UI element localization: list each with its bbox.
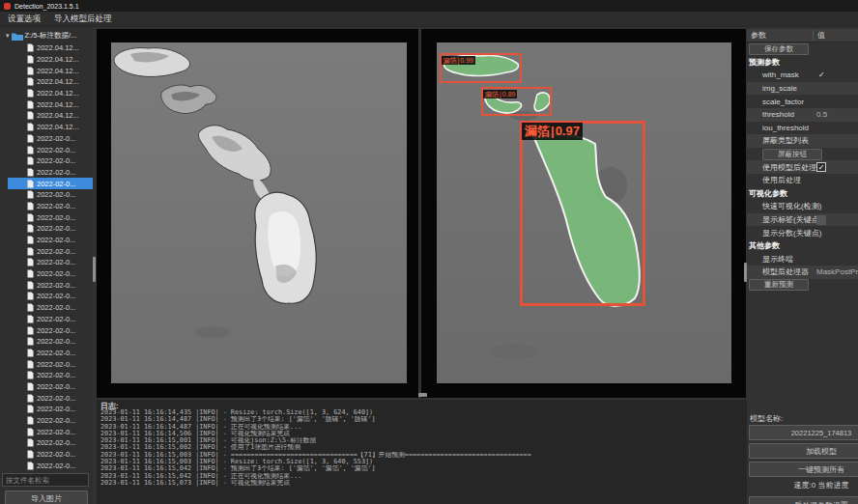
tree-item[interactable]: 2022.04.12... bbox=[8, 98, 93, 110]
tree-item-label: 2022.04.12... bbox=[37, 89, 79, 98]
tree-item[interactable]: 2022-02-0... bbox=[8, 189, 93, 201]
tree-item[interactable]: 2022-02-0... bbox=[8, 314, 93, 325]
tree-item[interactable]: 2022-02-0... bbox=[8, 392, 93, 404]
tree-item[interactable]: 2022-02-0... bbox=[8, 291, 93, 302]
param-row[interactable]: 屏蔽按钮 bbox=[747, 148, 858, 161]
param-row[interactable]: 显示标签(关键点) bbox=[747, 213, 858, 227]
param-label: 显示分数(关键点) bbox=[762, 228, 821, 238]
param-row[interactable]: 屏蔽类型列表 bbox=[747, 134, 858, 148]
tree-item[interactable]: 2022-02-0... bbox=[8, 223, 93, 235]
tree-item[interactable]: 2022-02-0... bbox=[8, 144, 93, 155]
param-row[interactable]: threshold0.5 bbox=[747, 108, 858, 122]
param-row[interactable]: 重新预测 bbox=[747, 279, 858, 293]
tree-item-label: 2022-02-0... bbox=[37, 303, 75, 312]
window-title: Detection_2023.1.5.1 bbox=[14, 3, 79, 10]
tree-item-label: 2022-02-0... bbox=[37, 360, 75, 369]
tree-item[interactable]: 2022-02-0... bbox=[8, 449, 93, 461]
file-icon bbox=[27, 168, 34, 177]
param-row[interactable]: img_scale bbox=[747, 82, 858, 96]
tree-item[interactable]: 2022-02-0... bbox=[8, 370, 93, 381]
tree-item[interactable]: 2022-02-0... bbox=[8, 133, 93, 145]
param-row[interactable]: with_mask✓ bbox=[747, 69, 858, 82]
param-label: 快速可视化(检测) bbox=[762, 201, 821, 211]
param-row[interactable]: 快速可视化(检测) bbox=[747, 200, 858, 213]
file-icon bbox=[27, 55, 34, 64]
param-label: threshold bbox=[762, 110, 794, 119]
tree-item-label: 2022-02-0... bbox=[37, 146, 75, 154]
file-icon bbox=[27, 156, 34, 165]
detection-label-1: 漏箔|0.99 bbox=[442, 56, 475, 65]
menu-import-postprocess[interactable]: 导入模型后处理 bbox=[54, 14, 112, 25]
tree-item-label: 2022-02-0... bbox=[37, 156, 75, 165]
check-icon: ✓ bbox=[818, 70, 825, 79]
tree-item[interactable]: 2022-02-0... bbox=[8, 302, 93, 314]
tree-item[interactable]: 2022.04.12... bbox=[8, 65, 93, 76]
params-header-value: 值 bbox=[813, 30, 858, 41]
param-value: 0.5 bbox=[816, 110, 827, 119]
tree-item[interactable]: 2022-02-0... bbox=[8, 201, 93, 212]
tree-item[interactable]: 2022-02-0... bbox=[8, 211, 93, 223]
model-name-button[interactable]: 20221225_174813 bbox=[749, 425, 858, 440]
param-label: 可视化参数 bbox=[749, 188, 787, 199]
viewer-hscrollbar[interactable] bbox=[418, 393, 427, 397]
log-line: 2023-01-11 16:16:15,073|INFO|- 可视化预测结果完成 bbox=[100, 480, 744, 487]
param-label: scale_factor bbox=[762, 98, 804, 106]
tree-item[interactable]: 2022-02-0... bbox=[8, 415, 93, 427]
param-checkbox[interactable] bbox=[816, 215, 826, 225]
menu-settings[interactable]: 设置选项 bbox=[8, 14, 41, 25]
tree-item[interactable]: 2022-02-0... bbox=[8, 426, 93, 437]
file-icon bbox=[27, 258, 34, 266]
param-row[interactable]: 保存参数 bbox=[747, 42, 858, 56]
tree-item[interactable]: 2022-02-0... bbox=[8, 404, 93, 415]
param-action-button[interactable]: 重新预测 bbox=[749, 279, 809, 291]
tree-item-label: 2022-02-0... bbox=[37, 405, 75, 413]
tree-item[interactable]: 2022.04.12... bbox=[8, 110, 93, 122]
search-input[interactable] bbox=[2, 473, 89, 487]
param-row[interactable]: scale_factor bbox=[747, 95, 858, 108]
import-images-button[interactable]: 导入图片 bbox=[5, 490, 88, 504]
tree-item[interactable]: 2022-02-0... bbox=[8, 358, 93, 370]
tree-item[interactable]: 2022.04.12... bbox=[8, 54, 93, 66]
tree-item[interactable]: 2022-02-0... bbox=[8, 178, 93, 189]
tree-item-label: 2022-02-0... bbox=[37, 371, 75, 379]
tree-item[interactable]: 2022.04.12... bbox=[8, 122, 93, 133]
param-row[interactable]: 使用后处理 bbox=[747, 174, 858, 187]
viewer-original[interactable] bbox=[97, 29, 418, 398]
file-icon bbox=[27, 190, 34, 199]
param-checkbox[interactable]: ✓ bbox=[816, 162, 826, 172]
tree-item[interactable]: 2022-02-0... bbox=[8, 381, 93, 393]
param-action-button[interactable]: 保存参数 bbox=[749, 43, 809, 55]
tree-item[interactable]: 2022-02-0... bbox=[8, 437, 93, 449]
tree-item-label: 2022-02-0... bbox=[37, 247, 75, 256]
file-icon bbox=[27, 462, 34, 470]
tree-item[interactable]: 2022.04.12... bbox=[8, 76, 93, 88]
tree-item[interactable]: 2022.04.12... bbox=[8, 88, 93, 99]
param-row[interactable]: 使用模型后处理✓ bbox=[747, 160, 858, 174]
param-action-button[interactable]: 屏蔽按钮 bbox=[762, 149, 822, 160]
tree-item[interactable]: 2022-02-0... bbox=[8, 245, 93, 257]
tree-item[interactable]: 2022-02-0... bbox=[8, 268, 93, 280]
load-model-button[interactable]: 加载模型 bbox=[749, 443, 858, 459]
param-row[interactable]: 模型后处理器MaskPostPro bbox=[747, 266, 858, 279]
tree-item[interactable]: 2022-02-0... bbox=[8, 460, 93, 471]
file-icon bbox=[27, 213, 34, 222]
param-row[interactable]: 显示终端 bbox=[747, 253, 858, 266]
postprocess-settings-button[interactable]: 后处理参数设置 bbox=[749, 496, 858, 504]
tree-item[interactable]: 2022-02-0... bbox=[8, 167, 93, 179]
tree-item[interactable]: 2022-02-0... bbox=[8, 324, 93, 336]
tree-item[interactable]: 2022-02-0... bbox=[8, 279, 93, 291]
file-icon bbox=[27, 123, 34, 131]
param-row[interactable]: 显示分数(关键点) bbox=[747, 226, 858, 239]
predict-all-button[interactable]: 一键预测所有 bbox=[749, 462, 858, 477]
menu-bar: 设置选项 导入模型后处理 bbox=[0, 12, 858, 27]
tree-item[interactable]: 2022-02-0... bbox=[8, 348, 93, 359]
file-icon bbox=[27, 43, 34, 52]
param-row[interactable]: iou_threshold bbox=[747, 122, 858, 135]
tree-item[interactable]: 2022.04.12... bbox=[8, 42, 93, 54]
tree-item[interactable]: 2022-02-0... bbox=[8, 257, 93, 268]
tree-item[interactable]: 2022-02-0... bbox=[8, 235, 93, 246]
tree-item[interactable]: 2022-02-0... bbox=[8, 155, 93, 167]
tree-item[interactable]: 2022-02-0... bbox=[8, 336, 93, 348]
tree-root[interactable]: ▾ Z:/5-标注数据/... bbox=[0, 29, 93, 42]
tree-item-label: 2022-02-0... bbox=[37, 258, 75, 266]
